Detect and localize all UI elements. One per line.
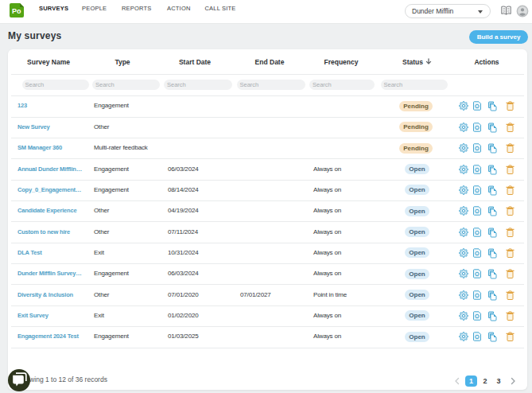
svg-text:Po: Po — [12, 7, 21, 15]
